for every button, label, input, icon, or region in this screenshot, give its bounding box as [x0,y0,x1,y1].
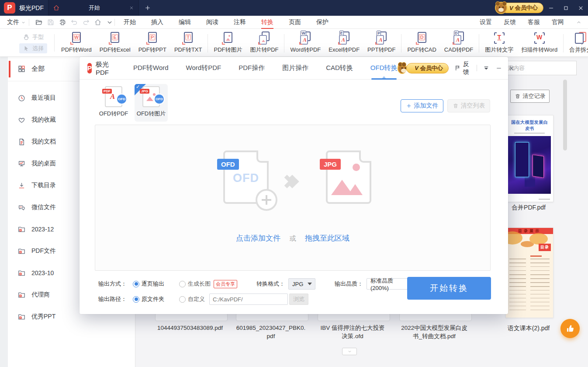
member-center-badge[interactable]: V会员中心 [495,2,543,14]
thumb-up-icon [565,324,575,333]
file-card[interactable] [399,313,472,321]
file-name[interactable]: 10444937503483089.pdf [155,324,225,332]
sidebar-item-icon [17,160,26,168]
file-card-textbook[interactable]: 目录展示 目录 [505,227,553,318]
ofd-doc-label: OFD [225,171,267,185]
quick-action-icon[interactable] [47,18,55,26]
plus-icon [406,103,412,109]
cover-body: 目录 [506,234,553,318]
file-card[interactable] [236,313,308,321]
conversion-tool-icon: W [299,31,312,45]
conversion-tool-icon: W [533,31,546,45]
file-card[interactable] [318,313,390,321]
browse-button[interactable]: 浏览 [289,294,308,305]
clear-history-button[interactable]: 清空记录 [510,90,550,103]
tab-label: 开始 [60,4,129,12]
menu-tab[interactable]: 开始 [124,16,136,29]
dialog-tab[interactable]: OFD转换 [370,57,398,80]
feedback-link[interactable]: 反馈 [504,18,516,26]
file-name[interactable]: IBV 值得押注的七大投资决策.ofd [318,324,387,340]
member-center-label: 会员中心 [515,4,538,12]
add-files-button[interactable]: 添加文件 [401,99,443,112]
quick-action-icon[interactable] [82,18,90,26]
conversion-tool-button[interactable]: D PDF转CAD [403,31,440,56]
close-button[interactable] [573,0,588,16]
support-link[interactable]: 客服 [528,18,540,26]
file-name[interactable]: 601985_20230427_PBK0.pdf [236,324,306,340]
radio-per-page[interactable] [133,281,139,287]
minimize-button[interactable] [543,0,558,16]
dialog-tab[interactable]: PDF转Word [133,57,169,80]
app-name: 极光PDF [19,0,44,16]
menu-tab[interactable]: 转换 [261,16,273,29]
dialog-tab[interactable]: 图片操作 [282,57,308,80]
conversion-tool-button[interactable]: W PDF转Word [57,31,96,56]
clear-list-button[interactable]: 清空列表 [447,99,490,112]
start-convert-button[interactable]: 开始转换 [407,277,491,300]
file-menu[interactable]: 文件 [7,16,26,29]
conversion-tools: W PDF转Word E PDF转Excel [57,31,588,56]
quick-action-icon[interactable] [106,18,114,26]
quick-action-icon[interactable] [59,18,66,26]
conversion-tool-button[interactable]: P PDF转PPT [135,31,170,56]
quick-action-icon[interactable] [70,18,78,26]
ofd-subtab[interactable]: PDF OFD OFD转PDF [97,84,130,122]
dialog-minimize-button[interactable] [495,65,502,72]
ofd-subtab[interactable]: JPG OFD OFD转图片 [135,84,168,122]
convert-arrow-icon [287,177,297,186]
menu-tab[interactable]: 插入 [151,16,163,29]
new-tab-button[interactable] [144,4,151,11]
dialog-feedback-button[interactable]: 反馈 [454,60,471,76]
dialog-tab[interactable]: Word转PDF [186,57,221,80]
quick-action-icon[interactable] [35,18,43,26]
jpg-badge: JPG [320,159,341,170]
file-dropzone[interactable]: OFD OFD JPG 点击添加文件 或 拖拽至此区域 [95,125,491,271]
file-card[interactable] [155,313,228,321]
dialog-collapse-button[interactable] [483,65,490,72]
menu-tab[interactable]: 注释 [234,16,246,29]
menu-tab[interactable]: 页面 [289,16,301,29]
maximize-button[interactable] [558,0,573,16]
app-logo: P [4,2,15,14]
conversion-tool-button[interactable]: T PDF转TXT [170,31,206,56]
window-controls [543,0,588,16]
output-path-label: 输出路径： [98,295,127,303]
format-select[interactable]: JPG [288,278,315,290]
pointer-tool[interactable]: 选择 [19,43,47,53]
file-card-whitepaper[interactable]: 国在大模型发展白 皮书 [505,115,553,202]
dialog-tab[interactable]: CAD转换 [326,57,353,80]
dialog-close-button[interactable] [508,65,515,72]
file-name[interactable]: 语文课本(2).pdf [496,325,561,332]
dialog-tab[interactable]: PDF操作 [239,57,265,80]
menu-tab[interactable]: 保护 [316,16,329,29]
document-tab[interactable]: 开始 [48,0,139,16]
radio-original-folder[interactable] [133,296,139,303]
output-path-input[interactable] [209,294,288,305]
scrollbar-thumb[interactable] [563,80,567,150]
conversion-tool-button[interactable]: W 扫描件转Word [517,31,561,56]
file-name[interactable]: 2022中国大模型发展白皮书_转曲文档.pdf [399,324,469,340]
member-center-badge[interactable]: V会员中心 [406,63,449,73]
conversion-tool-button[interactable]: P PPT转PDF [363,31,399,56]
quick-action-icon[interactable] [94,18,102,26]
conversion-tool-button[interactable]: W Word转PDF [286,31,325,56]
collapse-ribbon-icon[interactable] [576,19,582,25]
conversion-tool-button[interactable]: E PDF转Excel [96,31,135,56]
conversion-tool-button[interactable]: D CAD转PDF [440,31,477,56]
pointer-tool[interactable]: 手型 [19,32,47,42]
expand-list-button[interactable] [342,348,357,355]
trash-icon [515,93,521,99]
click-add-files-link[interactable]: 点击添加文件 [236,234,280,242]
settings-link[interactable]: 设置 [480,18,492,26]
conversion-tool-button[interactable]: 图片转PDF [246,31,282,56]
conversion-tool-button[interactable]: E Excel转PDF [325,31,363,56]
radio-custom-path[interactable] [179,296,186,303]
conversion-tool-button[interactable]: PDF转图片 [210,31,246,56]
radio-long-image[interactable] [179,281,186,287]
menu-tab[interactable]: 阅读 [206,16,218,29]
tab-close-icon[interactable] [129,5,134,10]
thumbs-up-fab[interactable] [560,319,580,338]
menu-tab[interactable]: 编辑 [179,16,191,29]
conversion-tool-button[interactable]: T 图片转文字 [481,31,517,56]
website-link[interactable]: 官网 [552,18,564,26]
